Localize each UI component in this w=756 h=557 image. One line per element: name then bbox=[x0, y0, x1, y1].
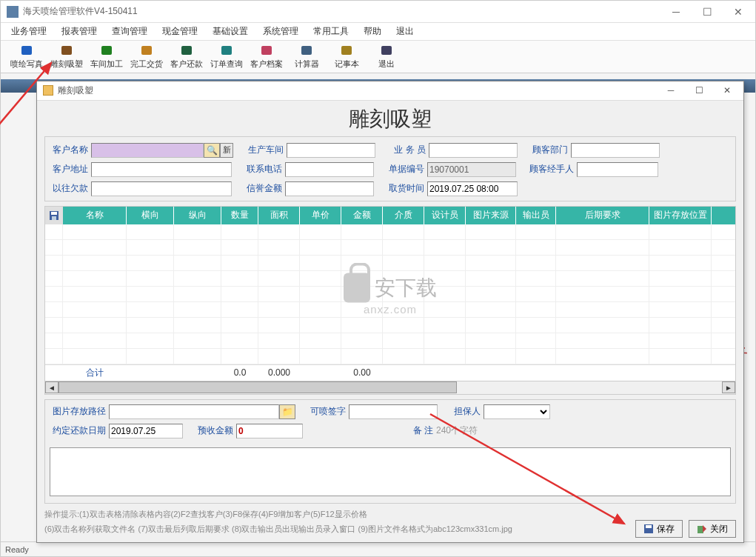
dialog-heading: 雕刻吸塑 bbox=[37, 101, 743, 136]
prepay-input[interactable] bbox=[236, 424, 303, 438]
scroll-track[interactable] bbox=[58, 381, 722, 393]
col-vertical[interactable]: 纵向 bbox=[174, 207, 221, 224]
grid-sum-row: 合计 0.0 0.000 0.00 bbox=[45, 364, 735, 381]
menu-6[interactable]: 常用工具 bbox=[306, 23, 356, 40]
img-path-input[interactable] bbox=[109, 404, 279, 419]
credit-input[interactable] bbox=[285, 181, 374, 196]
toolbar-package-button[interactable]: 完工交货 bbox=[127, 42, 167, 72]
sponsor-label: 担保人 bbox=[449, 405, 484, 418]
phone-input[interactable] bbox=[285, 162, 374, 177]
scroll-right-button[interactable]: ► bbox=[722, 381, 735, 393]
svg-rect-15 bbox=[698, 526, 703, 533]
lock-icon bbox=[344, 273, 370, 303]
col-horizontal[interactable]: 横向 bbox=[127, 207, 174, 224]
table-row[interactable] bbox=[45, 240, 735, 256]
table-row[interactable] bbox=[45, 256, 735, 271]
toolbar-print-button[interactable]: 喷绘写真 bbox=[7, 42, 47, 72]
status-text: Ready bbox=[5, 545, 29, 554]
menu-8[interactable]: 退出 bbox=[389, 23, 421, 40]
handler-input[interactable] bbox=[577, 162, 658, 177]
menu-2[interactable]: 查询管理 bbox=[104, 23, 155, 40]
toolbar-calculator-button[interactable]: 计算器 bbox=[287, 42, 327, 72]
dialog-minimize-button[interactable]: ─ bbox=[660, 83, 681, 98]
barcode-icon bbox=[59, 44, 74, 57]
table-row[interactable] bbox=[45, 333, 735, 349]
save-button[interactable]: 保存 bbox=[635, 520, 683, 538]
bill-no-input bbox=[427, 162, 516, 177]
customer-new-button[interactable]: 新 bbox=[220, 143, 233, 158]
col-post-req[interactable]: 后期要求 bbox=[556, 207, 649, 224]
col-medium[interactable]: 介质 bbox=[383, 207, 424, 224]
toolbar-barcode-button[interactable]: 雕刻吸塑 bbox=[47, 42, 87, 72]
menu-3[interactable]: 现金管理 bbox=[155, 23, 205, 40]
table-row[interactable] bbox=[45, 349, 735, 364]
address-label: 客户地址 bbox=[50, 163, 91, 176]
col-name[interactable]: 名称 bbox=[63, 207, 127, 224]
address-input[interactable] bbox=[91, 162, 232, 177]
contacts-icon bbox=[259, 44, 274, 57]
dialog-close-button[interactable]: ✕ bbox=[717, 83, 737, 98]
toolbar-user-button[interactable]: 客户还款 bbox=[167, 42, 207, 72]
menu-1[interactable]: 报表管理 bbox=[54, 23, 104, 40]
items-grid: 名称 横向 纵向 数量 面积 单价 金额 介质 设计员 图片来源 输出员 后期要… bbox=[44, 206, 736, 395]
save-icon bbox=[643, 524, 654, 534]
menu-7[interactable]: 帮助 bbox=[356, 23, 389, 40]
img-path-label: 图片存放路径 bbox=[50, 405, 109, 418]
title-bar: 海天喷绘管理软件V4-150411 ─ ☐ ✕ bbox=[1, 1, 755, 23]
minimize-button[interactable]: ─ bbox=[665, 4, 687, 20]
maximize-button[interactable]: ☐ bbox=[696, 4, 718, 20]
sponsor-select[interactable] bbox=[484, 404, 550, 419]
close-button[interactable]: ✕ bbox=[727, 4, 749, 20]
toolbar-contacts-button[interactable]: 客户档案 bbox=[247, 42, 287, 72]
grid-scrollbar[interactable]: ◄ ► bbox=[45, 381, 735, 394]
debt-label: 以往欠款 bbox=[50, 182, 91, 195]
signable-input[interactable] bbox=[349, 404, 438, 419]
remark-textarea[interactable] bbox=[50, 447, 731, 496]
toolbar-calendar-button[interactable]: 订单查询 bbox=[207, 42, 247, 72]
toolbar-notebook-button[interactable]: 记事本 bbox=[327, 42, 367, 72]
pickup-input[interactable] bbox=[427, 181, 518, 196]
table-row[interactable] bbox=[45, 318, 735, 333]
dialog-maximize-button[interactable]: ☐ bbox=[689, 83, 709, 98]
img-path-browse-button[interactable]: 📁 bbox=[279, 404, 295, 419]
col-img-source[interactable]: 图片来源 bbox=[466, 207, 516, 224]
debt-input[interactable] bbox=[91, 181, 232, 196]
toolbar-gear-button[interactable]: 车间加工 bbox=[87, 42, 127, 72]
col-amount[interactable]: 金额 bbox=[341, 207, 383, 224]
dialog-title-bar: 雕刻吸塑 ─ ☐ ✕ bbox=[37, 81, 743, 101]
menu-4[interactable]: 基础设置 bbox=[205, 23, 255, 40]
menu-0[interactable]: 业务管理 bbox=[4, 23, 54, 40]
form-section: 客户名称 🔍 新 生产车间 业 务 员 顾客部门 bbox=[44, 136, 736, 201]
signable-label: 可喷签字 bbox=[307, 405, 349, 418]
col-output[interactable]: 输出员 bbox=[516, 207, 556, 224]
svg-rect-3 bbox=[141, 46, 152, 55]
col-price[interactable]: 单价 bbox=[300, 207, 341, 224]
menu-bar: 业务管理报表管理查询管理现金管理基础设置系统管理常用工具帮助退出 bbox=[1, 23, 755, 41]
gear-icon bbox=[99, 44, 114, 57]
close-dialog-button[interactable]: 关闭 bbox=[689, 520, 736, 538]
col-area[interactable]: 面积 bbox=[258, 207, 300, 224]
scroll-left-button[interactable]: ◄ bbox=[45, 381, 58, 393]
prepay-label: 预收金额 bbox=[195, 424, 236, 437]
notebook-icon bbox=[339, 44, 354, 57]
grid-save-icon[interactable] bbox=[45, 207, 63, 224]
salesman-input[interactable] bbox=[429, 143, 518, 158]
sum-area: 0.000 bbox=[258, 367, 300, 378]
toolbar-label: 喷绘写真 bbox=[10, 59, 43, 70]
col-img-location[interactable]: 图片存放位置 bbox=[649, 207, 712, 224]
customer-name-input[interactable] bbox=[91, 143, 204, 158]
customer-lookup-button[interactable]: 🔍 bbox=[204, 143, 220, 158]
table-row[interactable] bbox=[45, 224, 735, 240]
col-designer[interactable]: 设计员 bbox=[424, 207, 466, 224]
sum-amt: 0.00 bbox=[341, 367, 383, 378]
scroll-thumb[interactable] bbox=[58, 381, 457, 393]
watermark-url: anxz.com bbox=[344, 303, 437, 316]
dialog-icon bbox=[43, 85, 53, 96]
toolbar-exit-button[interactable]: 退出 bbox=[367, 42, 407, 72]
menu-5[interactable]: 系统管理 bbox=[255, 23, 306, 40]
grid-body[interactable]: 安下载 anxz.com bbox=[45, 224, 735, 364]
workshop-input[interactable] bbox=[287, 143, 375, 158]
dept-input[interactable] bbox=[571, 143, 660, 158]
repay-date-input[interactable] bbox=[109, 424, 183, 438]
col-qty[interactable]: 数量 bbox=[221, 207, 258, 224]
